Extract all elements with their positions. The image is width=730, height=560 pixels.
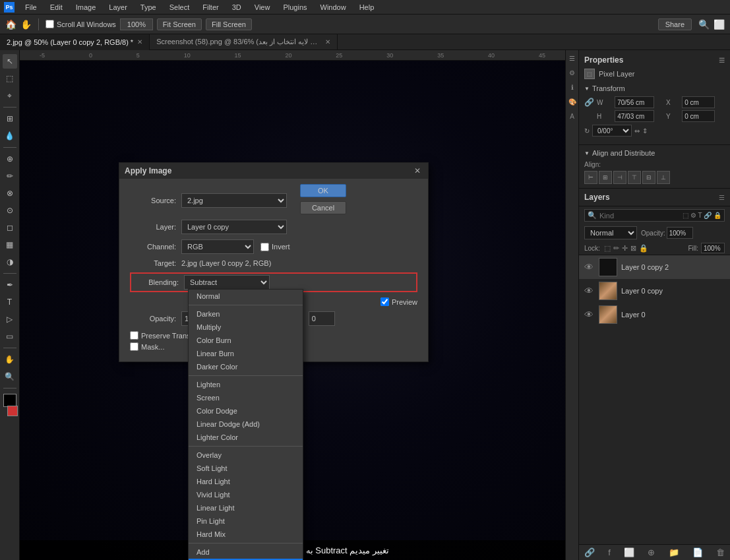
search-icon[interactable]: 🔍 [698, 19, 710, 30]
dropdown-item-add[interactable]: Add [189, 545, 303, 559]
offset-input[interactable] [309, 311, 335, 326]
flip-h-icon[interactable]: ⇔ [634, 127, 640, 135]
dropdown-item-linear-light[interactable]: Linear Light [189, 501, 303, 514]
preview-label[interactable]: Preview [380, 297, 417, 306]
tool-path[interactable]: ▷ [3, 312, 17, 327]
dropdown-item-hard-light[interactable]: Hard Light [189, 475, 303, 488]
tool-move[interactable]: ↖ [3, 54, 17, 69]
dialog-close-button[interactable]: ✕ [412, 166, 423, 176]
tool-shape[interactable]: ▭ [3, 329, 17, 344]
lock-artboard-icon[interactable]: ⊠ [630, 244, 636, 253]
preserve-checkbox[interactable] [130, 331, 138, 340]
lock-move-icon[interactable]: ✛ [622, 244, 628, 253]
dropdown-item-multiply[interactable]: Multiply [189, 321, 303, 334]
y-input[interactable] [682, 110, 715, 122]
menu-window[interactable]: Window [318, 2, 349, 13]
menu-edit[interactable]: Edit [47, 2, 65, 13]
dropdown-item-screen[interactable]: Screen [189, 391, 303, 404]
layer-item-2[interactable]: 👁 Layer 0 [579, 303, 730, 327]
menu-filter[interactable]: Filter [200, 2, 221, 13]
properties-sidebar-icon[interactable]: ⚙ [567, 67, 578, 78]
align-center-h-btn[interactable]: ⊞ [599, 171, 612, 184]
tool-selection[interactable]: ⬚ [3, 71, 17, 86]
dropdown-item-overlay[interactable]: Overlay [189, 449, 303, 462]
fit-screen-button[interactable]: Fit Screen [157, 18, 202, 30]
dropdown-item-darken[interactable]: Darken [189, 307, 303, 321]
tool-lasso[interactable]: ⌖ [3, 88, 17, 103]
layers-search-input[interactable] [599, 212, 652, 220]
color-sidebar-icon[interactable]: 🎨 [567, 96, 578, 107]
home-icon[interactable]: 🏠 [5, 19, 16, 30]
lock-transparent-icon[interactable]: ⬚ [604, 244, 611, 253]
scroll-all-windows-checkbox[interactable] [46, 20, 54, 28]
dropdown-item-linear-burn[interactable]: Linear Burn [189, 347, 303, 360]
align-right-btn[interactable]: ⊣ [613, 171, 626, 184]
align-center-v-btn[interactable]: ⊟ [642, 171, 655, 184]
tool-history[interactable]: ⊙ [3, 203, 17, 218]
expand-icon[interactable]: ⬜ [714, 19, 725, 30]
link-layers-icon[interactable]: 🔗 [584, 547, 595, 557]
rotation-select[interactable]: 0/00° [592, 125, 632, 137]
tool-dodge[interactable]: ◑ [3, 255, 17, 269]
invert-label[interactable]: Invert [260, 243, 290, 251]
layers-menu-icon[interactable]: ☰ [719, 194, 725, 201]
tool-zoom[interactable]: 🔍 [3, 369, 17, 384]
menu-plugins[interactable]: Plugins [280, 2, 309, 13]
add-mask-icon[interactable]: ⬜ [624, 547, 634, 557]
ok-button[interactable]: OK [300, 184, 346, 197]
preview-checkbox[interactable] [380, 297, 389, 306]
invert-checkbox[interactable] [260, 243, 269, 251]
new-group-icon[interactable]: 📁 [669, 547, 679, 557]
layers-sidebar-icon[interactable]: ☰ [567, 53, 578, 63]
dropdown-item-linear-dodge[interactable]: Linear Dodge (Add) [189, 418, 303, 431]
dropdown-item-hard-mix[interactable]: Hard Mix [189, 528, 303, 541]
dropdown-item-lighter-color[interactable]: Lighter Color [189, 431, 303, 444]
x-input[interactable] [682, 96, 715, 108]
layer-visibility-1[interactable]: 👁 [584, 286, 595, 296]
menu-image[interactable]: Image [73, 2, 99, 13]
layer-blend-select[interactable]: Normal [584, 226, 637, 239]
zoom-level[interactable]: 100% [120, 18, 153, 30]
tool-eyedropper[interactable]: 💧 [3, 129, 17, 143]
dropdown-item-color-burn[interactable]: Color Burn [189, 334, 303, 347]
align-section-header[interactable]: ▼ Align and Distribute [584, 149, 725, 157]
menu-layer[interactable]: Layer [106, 2, 130, 13]
transform-section-header[interactable]: ▼ Transform [584, 84, 725, 92]
dropdown-item-vivid-light[interactable]: Vivid Light [189, 488, 303, 501]
cancel-button[interactable]: Cancel [300, 201, 346, 214]
text-sidebar-icon[interactable]: A [567, 111, 578, 121]
menu-3d[interactable]: 3D [229, 2, 244, 13]
channel-select[interactable]: RGB [181, 239, 254, 254]
scroll-all-windows-check[interactable]: Scroll All Windows [46, 20, 116, 28]
tool-crop[interactable]: ⊞ [3, 111, 17, 126]
dropdown-item-normal[interactable]: Normal [189, 290, 303, 303]
tab-inactive[interactable]: Screenshot (58).png @ 83/6% (منوی از این… [150, 34, 338, 50]
mask-checkbox[interactable] [130, 342, 138, 351]
tool-pen[interactable]: ✒ [3, 278, 17, 292]
dropdown-item-color-dodge[interactable]: Color Dodge [189, 404, 303, 418]
w-input[interactable] [615, 96, 654, 108]
menu-help[interactable]: Help [357, 2, 377, 13]
h-input[interactable] [615, 110, 654, 122]
tab-active[interactable]: 2.jpg @ 50% (Layer 0 copy 2, RGB/8) * ✕ [0, 34, 150, 50]
opacity-value-input[interactable] [667, 227, 693, 239]
layer-visibility-0[interactable]: 👁 [584, 262, 595, 272]
add-effect-icon[interactable]: f [608, 547, 611, 557]
dropdown-item-lighten[interactable]: Lighten [189, 378, 303, 391]
lock-paint-icon[interactable]: ✏ [613, 244, 619, 253]
new-layer-icon[interactable]: 📄 [692, 547, 703, 557]
blending-select[interactable]: Subtract [184, 275, 270, 290]
dialog-titlebar[interactable]: Apply Image ✕ [119, 163, 428, 179]
fill-screen-button[interactable]: Fill Screen [206, 18, 252, 30]
dropdown-item-soft-light[interactable]: Soft Light [189, 462, 303, 475]
tool-clone[interactable]: ⊗ [3, 186, 17, 201]
align-bottom-btn[interactable]: ⊥ [657, 171, 670, 184]
menu-select[interactable]: Select [167, 2, 193, 13]
align-top-btn[interactable]: ⊤ [628, 171, 641, 184]
foreground-color[interactable] [3, 394, 16, 407]
tool-brush[interactable]: ✏ [3, 169, 17, 183]
dropdown-item-darker-color[interactable]: Darker Color [189, 360, 303, 373]
menu-file[interactable]: File [22, 2, 40, 13]
share-button[interactable]: Share [658, 18, 692, 30]
menu-view[interactable]: View [252, 2, 273, 13]
